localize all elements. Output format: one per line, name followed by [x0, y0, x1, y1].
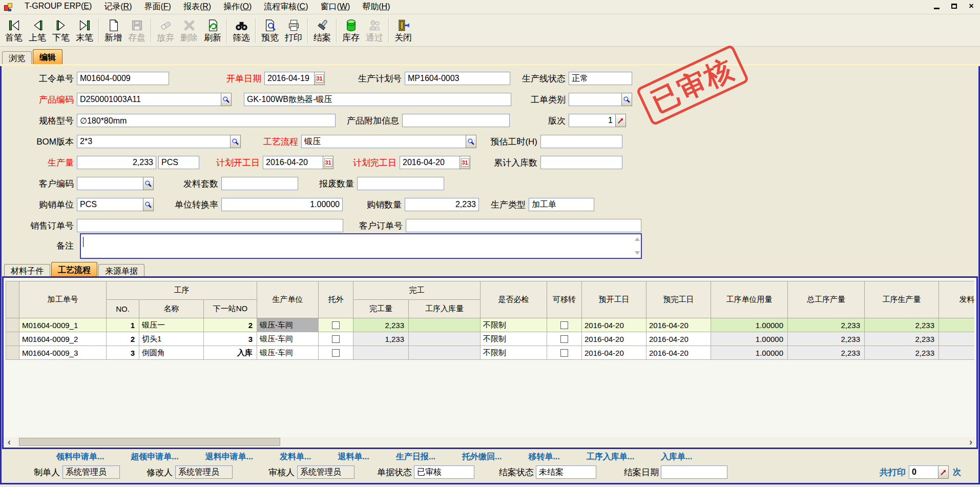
menu-item-5[interactable]: 流程审核(C)	[258, 0, 314, 14]
material-requisition-link[interactable]: 领料申请单...	[56, 452, 104, 462]
prod-unit-input[interactable]	[158, 156, 199, 169]
toolbar-first-record-button[interactable]: 首笔	[2, 16, 26, 46]
prod-type-input[interactable]	[529, 198, 594, 211]
cell-no[interactable]: 1	[107, 318, 139, 332]
cell-transferable[interactable]	[547, 346, 582, 360]
toolbar-next-record-button[interactable]: 下笔	[49, 16, 73, 46]
cell-name[interactable]: 倒圆角	[139, 346, 204, 360]
outsourced-checkbox[interactable]	[332, 335, 340, 343]
maker-input[interactable]	[62, 465, 120, 479]
plan-start-input[interactable]	[263, 156, 323, 169]
cell-pre-start[interactable]: 2016-04-20	[582, 346, 647, 360]
cell-unit-usage[interactable]: 1.00000	[711, 346, 788, 360]
toolbar-preview-button[interactable]: 预览	[258, 16, 282, 46]
sales-qty-input[interactable]	[405, 198, 479, 211]
toolbar-refresh-button[interactable]: 刷新	[201, 16, 224, 46]
product-code-input[interactable]	[77, 93, 221, 106]
cell-total-output[interactable]: 2,233	[788, 332, 865, 346]
scroll-left-icon[interactable]: ‹	[5, 437, 14, 447]
auditor-input[interactable]	[297, 465, 355, 479]
cell-pre-end[interactable]: 2016-04-20	[647, 346, 711, 360]
outsourced-checkbox[interactable]	[332, 349, 340, 357]
scrollbar-thumb[interactable]	[19, 438, 280, 446]
toolbar-new-button[interactable]: 新增	[101, 16, 125, 46]
toolbar-close-case-button[interactable]: 结案	[310, 16, 334, 46]
lookup-icon[interactable]	[466, 135, 476, 148]
cell-must-check[interactable]: 不限制	[481, 318, 547, 332]
toolbar-last-record-button[interactable]: 末笔	[73, 16, 96, 46]
over-requisition-link[interactable]: 超领申请单...	[131, 452, 178, 462]
calendar-icon[interactable]: 31	[314, 72, 325, 85]
cell-issue-sets[interactable]	[939, 346, 974, 360]
cell-pre-end[interactable]: 2016-04-20	[647, 332, 711, 346]
cell-unit-usage[interactable]: 1.00000	[711, 332, 788, 346]
inbound-order-link[interactable]: 入库单...	[661, 452, 692, 462]
customer-order-no-input[interactable]	[406, 219, 641, 232]
cell-no[interactable]: 2	[107, 332, 139, 346]
cell-total-output[interactable]: 2,233	[788, 318, 865, 332]
cell-done-qty[interactable]: 1,233	[353, 332, 409, 346]
cell-process-output[interactable]: 2,233	[865, 318, 939, 332]
plan-no-input[interactable]	[405, 72, 510, 85]
cell-unit[interactable]: 锻压-车间	[257, 332, 319, 346]
cell-outsourced[interactable]	[319, 318, 353, 332]
toolbar-close-button[interactable]: 关闭	[391, 16, 415, 46]
scroll-up-icon[interactable]	[635, 237, 640, 241]
menu-item-7[interactable]: 帮助(H)	[356, 0, 396, 14]
cell-done-qty[interactable]	[353, 346, 409, 360]
issue-sets-input[interactable]	[221, 177, 298, 190]
doc-status-input[interactable]	[414, 465, 474, 479]
menu-item-6[interactable]: 窗口(W)	[314, 0, 356, 14]
product-extra-input[interactable]	[402, 114, 510, 127]
cell-issue-sets[interactable]	[939, 332, 974, 346]
cell-order[interactable]: M01604-0009_3	[19, 346, 107, 360]
cell-outsourced[interactable]	[319, 346, 353, 360]
plan-end-input[interactable]	[400, 156, 460, 169]
lookup-icon[interactable]	[230, 135, 241, 148]
main-tab-0[interactable]: 浏览	[2, 51, 32, 64]
order-category-input[interactable]	[569, 93, 622, 106]
est-hours-input[interactable]	[540, 135, 622, 148]
cell-total-output[interactable]: 2,233	[788, 346, 865, 360]
cell-must-check[interactable]: 不限制	[481, 346, 547, 360]
toolbar-prev-record-button[interactable]: 上笔	[26, 16, 49, 46]
remark-textarea[interactable]	[80, 233, 642, 259]
minimize-icon[interactable]	[932, 2, 941, 11]
cell-in-qty[interactable]	[409, 346, 481, 360]
row-indicator[interactable]	[6, 332, 19, 346]
menu-item-3[interactable]: 报表(R)	[177, 0, 217, 14]
cell-unit[interactable]: 锻压-车间	[257, 346, 319, 360]
calendar-icon[interactable]: 31	[460, 156, 470, 169]
cell-pre-end[interactable]: 2016-04-20	[647, 318, 711, 332]
scroll-down-icon[interactable]	[635, 251, 640, 255]
calendar-icon[interactable]: 31	[323, 156, 333, 169]
red-arrow-icon[interactable]	[615, 114, 626, 127]
cell-outsourced[interactable]	[319, 332, 353, 346]
prod-qty-input[interactable]	[77, 156, 156, 169]
line-status-input[interactable]	[569, 72, 632, 85]
process-row-3[interactable]: M01604-0009_33倒圆角入库锻压-车间不限制2016-04-20201…	[6, 346, 975, 360]
production-daily-link[interactable]: 生产日报...	[396, 452, 435, 462]
cell-unit[interactable]: 锻压-车间	[257, 318, 319, 332]
sub-tab-1[interactable]: 工艺流程	[51, 262, 97, 277]
cell-next[interactable]: 入库	[204, 346, 257, 360]
outsource-return-link[interactable]: 托外缴回...	[462, 452, 502, 462]
process-flow-input[interactable]	[301, 135, 466, 148]
order-no-input[interactable]	[77, 72, 169, 85]
lookup-icon[interactable]	[221, 93, 232, 106]
toolbar-print-button[interactable]: 打印	[282, 16, 305, 46]
material-return-link[interactable]: 退料单...	[338, 452, 369, 462]
product-name-input[interactable]	[244, 93, 511, 106]
cell-in-qty[interactable]	[409, 332, 481, 346]
menu-item-1[interactable]: 记录(R)	[98, 0, 138, 14]
lookup-icon[interactable]	[143, 198, 154, 211]
cell-must-check[interactable]: 不限制	[481, 332, 547, 346]
cell-name[interactable]: 锻压一	[139, 318, 204, 332]
total-in-qty-input[interactable]	[540, 156, 622, 169]
toolbar-inventory-button[interactable]: 库存	[339, 16, 363, 46]
open-date-input[interactable]	[264, 72, 315, 85]
close-status-input[interactable]	[536, 465, 596, 479]
process-row-2[interactable]: M01604-0009_22切头13锻压-车间1,233不限制2016-04-2…	[6, 332, 975, 346]
unit-rate-input[interactable]	[221, 198, 343, 211]
cell-unit-usage[interactable]: 1.00000	[711, 318, 788, 332]
